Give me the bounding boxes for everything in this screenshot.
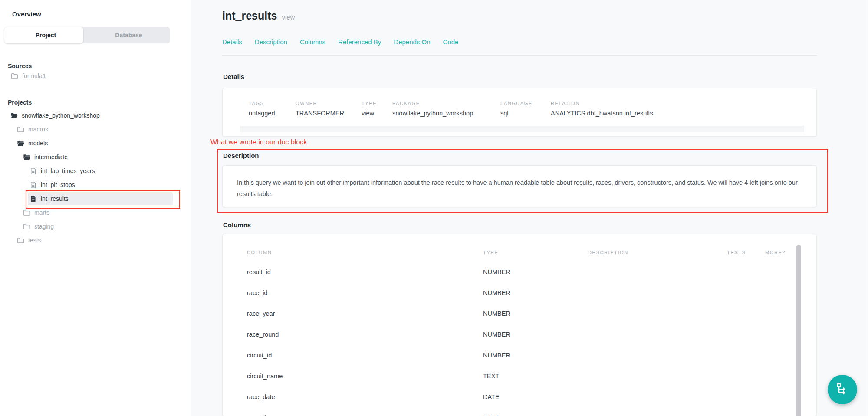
- column-row[interactable]: race_round NUMBER: [223, 331, 787, 340]
- detail-label: PACKAGE: [392, 101, 473, 106]
- detail-label: TYPE: [362, 101, 377, 106]
- sidebar-item-int_results[interactable]: int_results: [0, 192, 191, 206]
- column-row[interactable]: circuit_name TEXT: [223, 373, 787, 381]
- sidebar-item-models[interactable]: models: [0, 136, 191, 150]
- sidebar-item-formula1[interactable]: formula1: [0, 69, 191, 83]
- column-type: NUMBER: [483, 331, 510, 338]
- sources-section-label: Sources: [8, 62, 32, 69]
- folder-open-icon: [23, 154, 30, 161]
- column-name: circuit_name: [247, 373, 283, 380]
- toggle-database-button[interactable]: Database: [83, 27, 170, 43]
- tab-referenced-by[interactable]: Referenced By: [338, 38, 381, 46]
- tabs-divider: [222, 55, 817, 56]
- detail-field-package: PACKAGE snowflake_python_workshop: [392, 101, 473, 117]
- column-row[interactable]: circuit_id NUMBER: [223, 352, 787, 360]
- detail-label: OWNER: [296, 101, 344, 106]
- detail-value: TRANSFORMER: [296, 110, 344, 117]
- column-name: race_date: [247, 393, 275, 400]
- sidebar-item-intermediate[interactable]: intermediate: [0, 150, 191, 164]
- column-row[interactable]: race_date DATE: [223, 393, 787, 402]
- column-name: circuit_id: [247, 352, 272, 359]
- description-card: In this query we want to join out other …: [222, 165, 817, 207]
- column-header-column: COLUMN: [247, 250, 272, 255]
- columns-heading: Columns: [223, 221, 251, 229]
- detail-value: untagged: [249, 110, 275, 117]
- column-header-tests: TESTS: [727, 250, 746, 255]
- column-type: DATE: [483, 393, 500, 400]
- detail-field-owner: OWNER TRANSFORMER: [296, 101, 344, 117]
- folder-closed-icon: [11, 72, 18, 80]
- column-row[interactable]: race_year NUMBER: [223, 310, 787, 319]
- toggle-project-label: Project: [36, 32, 56, 39]
- details-card: TAGS untagged OWNER TRANSFORMER TYPE vie…: [222, 88, 817, 137]
- description-heading: Description: [223, 152, 259, 159]
- view-toggle: Project Database: [4, 27, 170, 43]
- model-tabs: DetailsDescriptionColumnsReferenced ByDe…: [222, 38, 458, 46]
- column-name: race_time: [247, 414, 275, 416]
- detail-label: RELATION: [551, 101, 653, 106]
- column-row[interactable]: race_time TIME: [223, 414, 787, 416]
- toggle-database-label: Database: [115, 32, 142, 39]
- column-header-type: TYPE: [483, 250, 498, 255]
- details-heading: Details: [223, 73, 244, 80]
- detail-field-relation: RELATION ANALYTICS.dbt_hwatson.int_resul…: [551, 101, 653, 117]
- sidebar-item-snowflake_python_workshop[interactable]: snowflake_python_workshop: [0, 108, 191, 122]
- detail-value: ANALYTICS.dbt_hwatson.int_results: [551, 110, 653, 117]
- table-scrollbar[interactable]: [796, 245, 801, 416]
- file-filled-icon: [30, 195, 37, 203]
- detail-value: view: [362, 110, 377, 117]
- tab-description[interactable]: Description: [255, 38, 287, 46]
- tab-code[interactable]: Code: [443, 38, 459, 46]
- folder-open-icon: [10, 112, 18, 119]
- sidebar-item-int_lap_times_years[interactable]: int_lap_times_years: [0, 164, 191, 178]
- folder-closed-icon: [17, 126, 24, 133]
- lineage-graph-button[interactable]: [828, 375, 857, 404]
- column-name: race_round: [247, 331, 279, 338]
- dbt-docs-page: Overview Project Database Sources formul…: [0, 0, 868, 416]
- materialization-badge: view: [282, 13, 295, 21]
- columns-card: COLUMN TYPE DESCRIPTION TESTS MORE? resu…: [222, 234, 817, 416]
- folder-closed-icon: [23, 209, 30, 216]
- description-text: In this query we want to join out other …: [237, 177, 806, 200]
- sidebar-item-staging[interactable]: staging: [0, 219, 191, 233]
- toggle-project-button[interactable]: Project: [4, 27, 83, 43]
- details-collapsed-strip: [240, 126, 804, 132]
- overview-link[interactable]: Overview: [12, 10, 41, 18]
- model-header: int_results view: [222, 10, 295, 22]
- column-name: race_year: [247, 310, 275, 317]
- column-type: NUMBER: [483, 352, 510, 359]
- column-type: TEXT: [483, 373, 499, 380]
- sidebar-item-label: formula1: [22, 72, 46, 79]
- tab-details[interactable]: Details: [222, 38, 242, 46]
- projects-section-label: Projects: [8, 99, 32, 106]
- lineage-graph-icon: [836, 382, 849, 397]
- project-tree: snowflake_python_workshop macros models …: [0, 108, 191, 247]
- tab-columns[interactable]: Columns: [300, 38, 326, 46]
- column-type: NUMBER: [483, 289, 510, 296]
- sidebar-item-macros[interactable]: macros: [0, 122, 191, 136]
- column-header-more: MORE?: [765, 250, 786, 255]
- column-header-description: DESCRIPTION: [588, 250, 628, 255]
- detail-label: LANGUAGE: [500, 101, 533, 106]
- detail-field-language: LANGUAGE sql: [500, 101, 533, 117]
- detail-value: snowflake_python_workshop: [392, 110, 473, 117]
- column-row[interactable]: result_id NUMBER: [223, 269, 787, 277]
- folder-closed-icon: [17, 237, 24, 244]
- sidebar-item-int_pit_stops[interactable]: int_pit_stops: [0, 178, 191, 192]
- folder-open-icon: [17, 140, 24, 147]
- column-name: race_id: [247, 289, 268, 296]
- column-row[interactable]: race_id NUMBER: [223, 289, 787, 298]
- page-right-border: [866, 0, 866, 416]
- column-type: NUMBER: [483, 310, 510, 317]
- column-name: result_id: [247, 269, 271, 275]
- detail-field-tags: TAGS untagged: [249, 101, 275, 117]
- detail-field-type: TYPE view: [362, 101, 377, 117]
- detail-value: sql: [500, 110, 533, 117]
- sidebar: Overview Project Database Sources formul…: [0, 0, 191, 416]
- tab-depends-on[interactable]: Depends On: [394, 38, 430, 46]
- column-type: TIME: [483, 414, 498, 416]
- folder-closed-icon: [23, 223, 30, 230]
- sidebar-item-tests[interactable]: tests: [0, 233, 191, 247]
- file-icon: [30, 181, 37, 189]
- annotation-text: What we wrote in our doc block: [210, 138, 307, 146]
